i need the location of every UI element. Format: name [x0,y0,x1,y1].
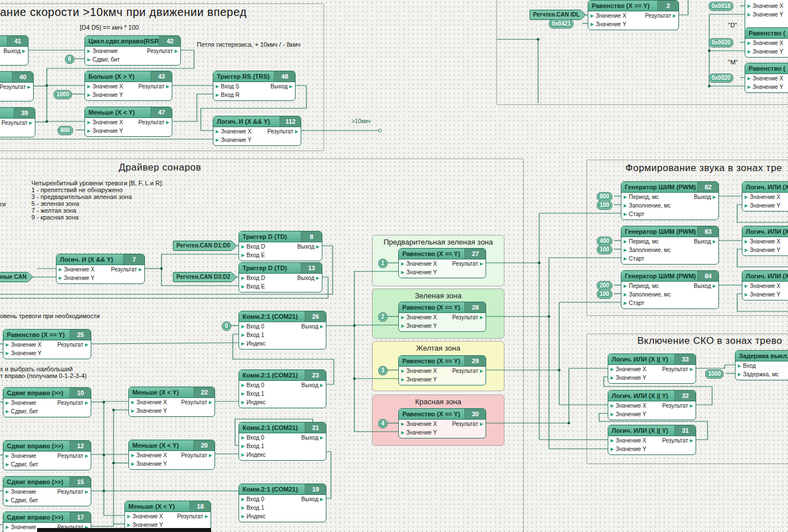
input-pin[interactable]: Значение X [401,261,437,267]
block-15-shift-right[interactable]: Сдвиг вправо (>>)15ЗначениеРезультатСдви… [3,476,91,506]
output-pin[interactable]: Результат [452,314,483,320]
tag-can-d3d2[interactable]: Регчтен.CAN D3:D2 [173,273,236,282]
block-8-d-trigger[interactable]: Триггер D (TD)8Вход DВыходВход E [239,231,322,261]
block-header[interactable]: Равенство (X == Y)25 [3,330,91,340]
diagram-canvas[interactable]: Предварительная зеленая зонаЗеленая зона… [0,0,788,532]
output-pin[interactable]: Выход [297,275,320,281]
input-pin[interactable]: Вход D [241,275,265,281]
block-43-greater[interactable]: Больше (X > Y)43Значение XРезультатЗначе… [84,71,172,101]
input-pin[interactable]: Вход R [216,92,240,98]
output-pin[interactable]: Результат [139,119,169,125]
input-pin[interactable]: Вход 1 [241,505,264,511]
const-pwm83-period[interactable]: 400 [597,237,612,246]
tag-can-idl[interactable]: Регчтен.CAN IDL [530,10,585,19]
input-pin[interactable]: Значение [6,489,36,495]
output-pin[interactable]: Результат [662,437,693,444]
output-pin[interactable]: Результат [177,513,208,519]
input-pin[interactable]: Сдвиг, бит [87,56,120,63]
output-pin[interactable]: Результат [58,342,88,348]
input-pin[interactable]: Значение X [611,403,646,409]
block-25-equal[interactable]: Равенство (X == Y)25Значение XРезультатЗ… [3,329,91,359]
block-84-pwm[interactable]: Генератор ШИМ (PWM)84Период, мсВыходЗапо… [621,270,719,309]
input-pin[interactable]: Значение X [747,3,783,9]
input-pin[interactable]: Заполнение, мс [624,291,670,298]
block-header[interactable]: Триггер D (TD)8 [239,232,322,242]
block-delay-off[interactable]: Задержка выкл.ВходЗадержка, мс [735,350,788,380]
block-header[interactable]: Меньше (X < Y)20 [129,440,215,451]
output-pin[interactable]: Результат [147,48,178,54]
input-pin[interactable]: Вход 1 [241,391,264,397]
block-39[interactable]: Y)39Результат [0,107,35,137]
output-pin[interactable]: Выход [301,496,324,502]
block-header[interactable]: Логич. ИЛИ (X [742,271,788,282]
block-40[interactable]: )40Результат [0,71,34,101]
block-equal-d[interactable]: Равенство (Значение XЗначение Y [745,27,788,58]
block-28-equal[interactable]: Равенство (X == Y)28Значение XРезультатЗ… [398,302,486,332]
block-header[interactable]: Меньше (X < Y)22 [129,387,215,398]
input-pin[interactable]: Вход 1 [241,332,264,338]
block-header[interactable]: Комм.2:1 (COM21)23 [239,370,326,381]
block-33-or[interactable]: Логич. ИЛИ (X || Y)33Значение XРезультат… [608,354,696,384]
input-pin[interactable]: Значение X [131,399,167,405]
block-header[interactable]: Больше (X > Y)43 [85,71,172,82]
block-header[interactable]: Равенство (X == Y)28 [399,302,486,313]
block-header[interactable]: Сдвиг вправо (>>)15 [3,477,91,488]
block-13-d-trigger[interactable]: Триггер D (TD)13Вход DВыходВход E [239,262,322,293]
output-pin[interactable]: Выход [694,283,716,289]
block-31-or[interactable]: Логич. ИЛИ (X || Y)31Значение XРезультат… [608,425,696,455]
block-header[interactable]: Логич. ИЛИ (X || Y)33 [608,354,696,365]
block-header[interactable]: Триггер RS (TRS)48 [213,71,295,82]
output-pin[interactable]: Результат [0,84,31,90]
output-pin[interactable]: Выход [3,48,26,54]
input-pin[interactable]: Значение X [87,119,123,125]
block-header[interactable]: Логич. И (X && Y)7 [56,254,144,265]
input-pin[interactable]: Значение Y [591,21,627,27]
input-pin[interactable]: Сдвиг, бит [6,497,38,503]
input-pin[interactable]: Вход 0 [241,382,264,388]
block-header[interactable]: Логич. ИЛИ (X || Y)32 [608,391,696,401]
output-pin[interactable]: Результат [452,261,483,267]
block-26-com21[interactable]: Комм.2:1 (COM21)26Вход 0ВыходВход 1Индек… [239,311,326,350]
input-pin[interactable]: Значение Y [6,350,42,356]
const-zone-1[interactable]: 1 [378,259,387,268]
block-header[interactable]: Равенство (X == Y)30 [399,409,486,420]
output-pin[interactable]: Выход [301,323,324,330]
input-pin[interactable]: Значение Y [131,408,167,414]
block-header[interactable]: Задержка выкл. [736,351,788,362]
input-pin[interactable]: Значение X [131,452,167,458]
block-header[interactable]: Комм.2:1 (COM21)26 [239,311,326,322]
block-18-less[interactable]: Меньше (X < Y)18Значение XРезультатЗначе… [124,501,211,531]
input-pin[interactable]: Значение X [591,13,627,19]
block-2-equal[interactable]: Равенство (X == Y)2Значение XРезультатЗн… [588,0,679,30]
output-pin[interactable]: Результат [181,399,212,405]
output-pin[interactable]: Результат [452,368,483,374]
input-pin[interactable]: Значение X [401,421,437,427]
input-pin[interactable]: Значение Y [401,323,437,329]
input-pin[interactable]: Значение Y [401,376,437,383]
block-header[interactable]: 41 [0,36,28,47]
output-pin[interactable]: Результат [662,366,693,372]
input-pin[interactable]: Вход 1 [241,443,264,449]
block-header[interactable]: Равенство (X == Y)27 [399,249,486,259]
const-pwm82-period[interactable]: 800 [597,192,612,201]
input-pin[interactable]: Вход 0 [241,496,264,502]
block-47-less[interactable]: Меньше (X < Y)47Значение XРезультатЗначе… [84,107,172,137]
output-pin[interactable]: Результат [139,83,169,90]
const-0x0421[interactable]: 0x0421 [549,19,573,29]
input-pin[interactable]: Значение Y [747,84,783,90]
const-delay-1000[interactable]: 1000 [705,369,724,379]
input-pin[interactable]: Значение [6,453,36,459]
const-0[interactable]: 0 [222,322,231,331]
output-pin[interactable]: Результат [111,266,142,273]
block-header[interactable]: Логич. ИЛИ (X || Y)31 [608,425,696,436]
input-pin[interactable]: Сдвиг, бит [6,408,38,415]
block-header[interactable]: Генератор ШИМ (PWM)82 [621,182,718,193]
block-32-or[interactable]: Логич. ИЛИ (X || Y)32Значение XРезультат… [608,390,696,420]
block-header[interactable]: Триггер D (TD)13 [239,263,322,274]
input-pin[interactable]: Период, мс [624,194,659,200]
output-pin[interactable]: Результат [645,13,676,19]
const-zone-3[interactable]: 3 [378,366,387,375]
input-pin[interactable]: Значение Y [401,269,437,275]
block-header[interactable]: Меньше (X < Y)18 [125,501,211,512]
block-22-less[interactable]: Меньше (X < Y)22Значение XРезультатЗначе… [128,387,215,417]
